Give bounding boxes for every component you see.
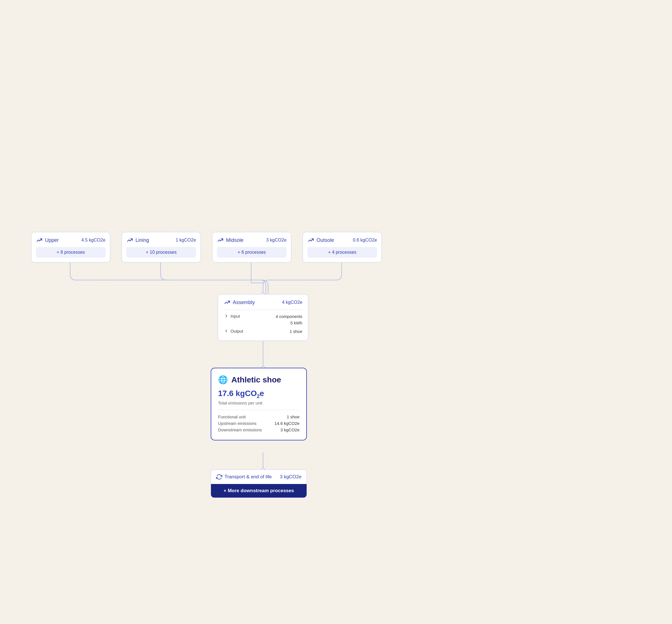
chart-icon-lining	[126, 237, 133, 243]
chart-icon	[36, 237, 43, 243]
assembly-input-value-1: 4 components	[276, 313, 302, 320]
upper-value: 4.5 kgCO2e	[81, 238, 105, 243]
shoe-subtitle: Total emissions per unit	[218, 400, 300, 405]
outsole-card-header: Outsole 0.6 kgCO2e	[307, 237, 377, 243]
upper-title-group: Upper	[36, 237, 59, 243]
midsole-processes-button[interactable]: + 6 processes	[217, 247, 286, 258]
shoe-functional-unit-label: Functional unit	[218, 414, 246, 419]
outsole-processes-button[interactable]: + 4 processes	[307, 247, 377, 258]
assembly-value: 4 kgCO2e	[282, 300, 302, 305]
upper-card-header: Upper 4.5 kgCO2e	[36, 237, 105, 243]
lining-title: Lining	[135, 237, 149, 243]
globe-icon: 🌐	[218, 375, 228, 384]
outsole-card: Outsole 0.6 kgCO2e + 4 processes	[303, 232, 382, 262]
assembly-header: Assembly 4 kgCO2e	[224, 299, 302, 306]
assembly-input-values: 4 components 5 kWh	[276, 313, 302, 326]
lining-card-header: Lining 1 kgCO2e	[126, 237, 196, 243]
assembly-divider	[224, 310, 302, 310]
shoe-upstream-label: Upstream emissions	[218, 421, 257, 426]
shoe-upstream-value: 14.6 kgCO2e	[275, 421, 300, 426]
chart-icon-assembly	[224, 299, 231, 306]
athletic-shoe-card: 🌐 Athletic shoe 17.6 kgCO2e Total emissi…	[211, 368, 307, 440]
assembly-title-group: Assembly	[224, 299, 255, 306]
transport-value: 3 kgCO2e	[280, 474, 302, 480]
input-arrow-icon	[224, 313, 229, 318]
assembly-output-label-group: Output	[224, 329, 243, 334]
transport-header: Transport & end of life 3 kgCO2e	[211, 470, 307, 484]
outsole-title-group: Outsole	[307, 237, 334, 243]
shoe-header: 🌐 Athletic shoe	[218, 375, 300, 384]
assembly-output-value: 1 shoe	[290, 329, 302, 335]
shoe-emissions: 17.6 kgCO2e	[218, 389, 300, 399]
upper-processes-button[interactable]: + 8 processes	[36, 247, 105, 258]
midsole-title: Midsole	[226, 237, 243, 243]
assembly-title: Assembly	[233, 300, 255, 306]
shoe-upstream-row: Upstream emissions 14.6 kgCO2e	[218, 420, 300, 426]
lining-card: Lining 1 kgCO2e + 10 processes	[122, 232, 201, 262]
chart-icon-outsole	[307, 237, 314, 243]
more-downstream-button[interactable]: + More downstream processes	[211, 484, 307, 498]
midsole-title-group: Midsole	[217, 237, 243, 243]
midsole-value: 3 kgCO2e	[266, 238, 286, 243]
upper-card: Upper 4.5 kgCO2e + 8 processes	[31, 232, 110, 262]
midsole-card: Midsole 3 kgCO2e + 6 processes	[212, 232, 291, 262]
transport-title: Transport & end of life	[225, 474, 272, 480]
shoe-downstream-value: 3 kgCO2e	[280, 427, 300, 432]
shoe-downstream-label: Downstream emissions	[218, 427, 262, 432]
shoe-title: Athletic shoe	[231, 375, 281, 384]
assembly-output-row: Output 1 shoe	[224, 327, 302, 336]
transport-card: Transport & end of life 3 kgCO2e + More …	[211, 470, 307, 498]
shoe-divider-1	[218, 410, 300, 410]
upper-title: Upper	[45, 237, 59, 243]
shoe-downstream-row: Downstream emissions 3 kgCO2e	[218, 426, 300, 433]
transport-title-group: Transport & end of life	[216, 474, 272, 480]
shoe-functional-unit-row: Functional unit 1 shoe	[218, 414, 300, 420]
assembly-card: Assembly 4 kgCO2e Input 4 components 5 k…	[218, 294, 308, 341]
chart-icon-midsole	[217, 237, 224, 243]
lining-title-group: Lining	[126, 237, 149, 243]
assembly-input-label-group: Input	[224, 313, 240, 318]
shoe-functional-unit-value: 1 shoe	[287, 414, 300, 419]
lining-processes-button[interactable]: + 10 processes	[126, 247, 196, 258]
lining-value: 1 kgCO2e	[176, 238, 196, 243]
assembly-input-row: Input 4 components 5 kWh	[224, 312, 302, 327]
assembly-input-value-2: 5 kWh	[276, 320, 302, 327]
assembly-output-label: Output	[231, 329, 243, 334]
outsole-value: 0.6 kgCO2e	[353, 238, 377, 243]
midsole-card-header: Midsole 3 kgCO2e	[217, 237, 286, 243]
outsole-title: Outsole	[316, 237, 334, 243]
output-arrow-icon	[224, 329, 229, 334]
refresh-icon	[216, 474, 222, 480]
assembly-input-label: Input	[231, 314, 240, 318]
